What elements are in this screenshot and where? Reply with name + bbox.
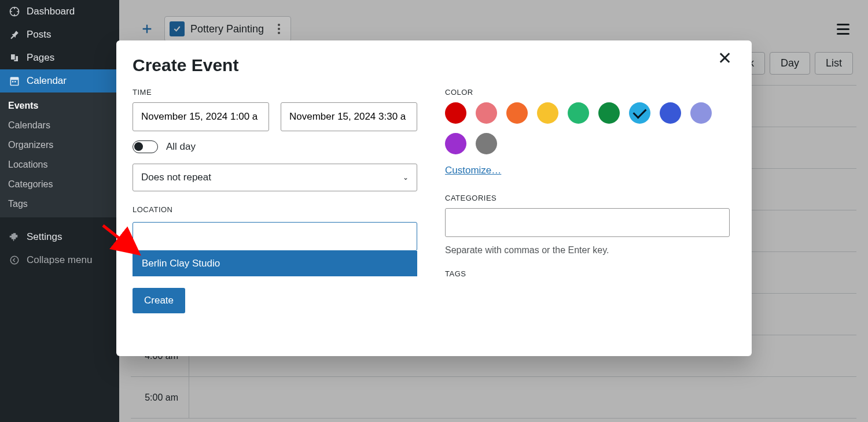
location-dropdown: Berlin Clay Studio [133,251,417,276]
close-icon[interactable]: ✕ [712,44,738,73]
color-swatch-grey[interactable] [476,133,497,154]
color-swatch-purple[interactable] [445,133,466,154]
submenu-tags[interactable]: Tags [0,194,119,214]
collapse-icon [8,254,21,266]
menu-calendar-label: Calendar [27,75,67,87]
menu-settings-label: Settings [27,231,62,243]
color-swatch-skyblue[interactable] [629,102,650,124]
menu-calendar[interactable]: Calendar [0,69,119,92]
tags-label: TAGS [445,269,730,278]
menu-pages[interactable]: Pages [0,46,119,69]
all-day-toggle[interactable] [133,140,158,153]
menu-pages-label: Pages [27,52,54,64]
dashboard-icon [8,5,21,18]
pin-icon [8,28,21,41]
calendar-submenu: Events Calendars Organizers Locations Ca… [0,92,119,217]
calendar-icon [8,75,21,87]
menu-settings[interactable]: Settings [0,225,119,249]
create-button[interactable]: Create [133,288,185,313]
color-swatch-red[interactable] [445,102,466,124]
color-swatch-darkgreen[interactable] [598,102,620,124]
submenu-organizers[interactable]: Organizers [0,135,119,155]
categories-input[interactable] [445,208,730,237]
color-swatch-blue[interactable] [660,102,681,124]
chevron-down-icon: ⌄ [403,173,409,182]
submenu-locations[interactable]: Locations [0,155,119,175]
menu-posts-label: Posts [27,29,52,40]
location-label: LOCATION [133,205,417,214]
categories-help: Separate with commas or the Enter key. [445,245,730,256]
categories-label: CATEGORIES [445,194,730,202]
time-label: TIME [133,88,417,97]
color-swatch-yellow[interactable] [537,102,558,124]
submenu-calendars[interactable]: Calendars [0,116,119,135]
submenu-categories[interactable]: Categories [0,175,119,194]
customize-link[interactable]: Customize… [445,165,730,176]
end-time-input[interactable] [281,102,417,131]
menu-posts[interactable]: Posts [0,23,119,46]
menu-dashboard[interactable]: Dashboard [0,0,119,23]
modal-title: Create Event [133,55,735,75]
start-time-input[interactable] [133,102,269,131]
color-label: COLOR [445,88,730,97]
create-event-modal: ✕ Create Event TIME All day Does not rep… [116,40,752,356]
repeat-value: Does not repeat [141,172,211,183]
menu-dashboard-label: Dashboard [27,6,75,17]
location-input[interactable] [133,222,417,251]
submenu-events[interactable]: Events [0,96,119,116]
all-day-label: All day [166,141,196,153]
admin-sidebar: Dashboard Posts Pages Calendar Events Ca… [0,0,119,422]
pages-icon [8,51,21,64]
svg-point-0 [10,256,19,264]
color-swatch-pink[interactable] [476,102,497,124]
settings-icon [8,231,21,243]
menu-collapse-label: Collapse menu [27,254,92,266]
color-swatch-lavender[interactable] [690,102,712,124]
color-swatches [445,102,730,154]
color-swatch-green[interactable] [568,102,589,124]
color-swatch-orange[interactable] [506,102,528,124]
menu-collapse[interactable]: Collapse menu [0,249,119,272]
location-option[interactable]: Berlin Clay Studio [133,251,417,276]
repeat-select[interactable]: Does not repeat ⌄ [133,164,417,191]
